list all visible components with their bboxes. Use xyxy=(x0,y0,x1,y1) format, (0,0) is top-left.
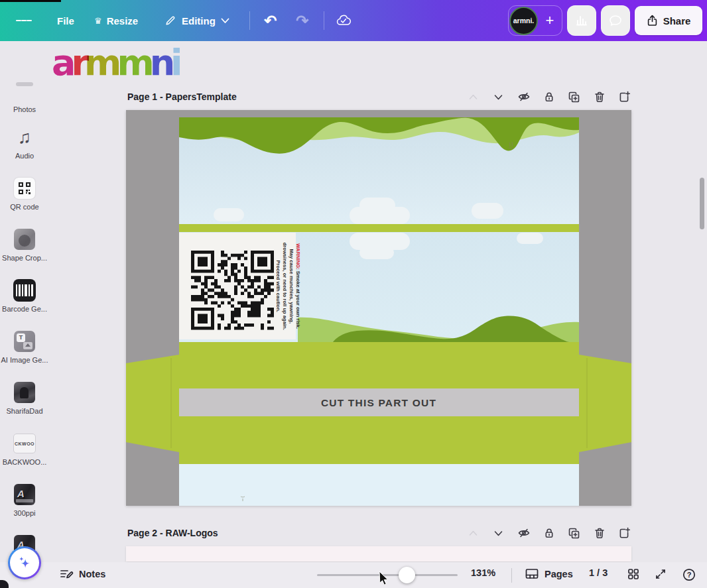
file-menu-button[interactable]: File xyxy=(52,0,80,41)
sidebar-item-barcode-ge[interactable]: Barcode Ge... xyxy=(0,279,49,313)
grid-view-icon xyxy=(627,567,640,581)
sidebar-item-label: 300ppi xyxy=(0,509,49,517)
notes-icon xyxy=(60,567,74,581)
photo-thumbnail-icon xyxy=(14,382,35,403)
redo-button[interactable]: ↷ xyxy=(292,0,313,41)
account-group: armni. + xyxy=(508,5,562,36)
pages-icon xyxy=(525,567,539,580)
share-upload-icon xyxy=(647,15,658,27)
editing-mode-button[interactable]: Editing xyxy=(159,0,235,41)
duplicate-page-button[interactable] xyxy=(567,526,581,540)
cloud-save-status-button[interactable] xyxy=(333,0,354,41)
zoom-slider-thumb[interactable] xyxy=(399,567,415,583)
sidebar-item-ai-image-ge[interactable]: TAI Image Ge... xyxy=(0,330,49,364)
logo-letter: a xyxy=(52,42,71,84)
warning-text: WARNING: Smoke at your own risk. May cau… xyxy=(275,237,300,336)
page-1-actions xyxy=(466,90,631,104)
lock-page-button[interactable] xyxy=(542,526,556,540)
undo-button[interactable]: ↶ xyxy=(260,0,281,41)
sidebar-item-sharifadad[interactable]: SharifaDad xyxy=(0,381,49,415)
sidebar-item-label: BACKWOO... xyxy=(0,458,49,466)
chevron-down-icon xyxy=(221,18,229,24)
insights-button[interactable] xyxy=(567,5,596,36)
sidebar-item-300ppi[interactable]: A300ppi xyxy=(0,483,49,517)
bottombar-divider xyxy=(511,568,512,583)
bottom-toolbar: Notes 131% Pages 1 / 3 ? xyxy=(0,562,707,588)
move-page-down-button[interactable] xyxy=(491,526,505,540)
undo-icon: ↶ xyxy=(264,13,277,29)
sidebar-item-label: Shape Crop... xyxy=(0,254,49,262)
vertical-scrollbar[interactable] xyxy=(700,178,704,229)
delete-page-button[interactable] xyxy=(592,526,606,540)
sidebar-item-label: SharifaDad xyxy=(0,407,49,415)
sidebar-item-backwoo[interactable]: CKWOOBACKWOO... xyxy=(0,432,49,466)
pages-view-button[interactable]: Pages xyxy=(525,567,573,580)
sidebar-item-photos[interactable]: Photos xyxy=(0,80,49,113)
notes-button[interactable]: Notes xyxy=(60,567,105,581)
page-2-canvas[interactable] xyxy=(126,546,631,561)
comments-icon xyxy=(608,14,623,27)
page-1-header: Page 1 - PapersTemplate xyxy=(126,86,631,107)
delete-page-button[interactable] xyxy=(592,90,606,104)
ai-assistant-button[interactable] xyxy=(8,546,41,579)
sidebar-item-label: AI Image Ge... xyxy=(0,356,49,364)
sparkle-icon xyxy=(15,554,34,572)
ai-image-icon: T xyxy=(14,331,35,352)
logo-letter: i xyxy=(170,42,178,84)
help-button[interactable]: ? xyxy=(682,567,696,582)
cut-bar-text: CUT THIS PART OUT xyxy=(321,397,436,408)
lock-page-button[interactable] xyxy=(542,90,556,104)
logo-letter: r xyxy=(71,42,84,84)
add-member-button[interactable]: + xyxy=(538,13,562,28)
toolbar-divider xyxy=(324,11,324,30)
move-page-up-button[interactable] xyxy=(466,90,480,104)
backwoods-logo-icon: CKWOO xyxy=(13,434,36,453)
fullscreen-button[interactable] xyxy=(654,567,667,581)
hide-page-button[interactable] xyxy=(517,526,531,540)
pages-label: Pages xyxy=(545,569,573,579)
left-sidebar: Photos♫AudioQR codeShape Crop...Barcode … xyxy=(0,41,49,588)
comments-button[interactable] xyxy=(601,5,630,36)
move-page-down-button[interactable] xyxy=(491,90,505,104)
zoom-slider[interactable] xyxy=(317,574,458,576)
redo-icon: ↷ xyxy=(296,13,308,29)
add-page-button[interactable] xyxy=(617,90,631,104)
screen-artifact xyxy=(0,0,61,2)
cloud-check-icon xyxy=(336,14,352,27)
avatar[interactable]: armni. xyxy=(509,7,538,35)
move-page-up-button[interactable] xyxy=(466,526,480,540)
insights-icon xyxy=(575,14,588,27)
hide-page-button[interactable] xyxy=(517,90,531,104)
editing-label: Editing xyxy=(182,15,216,27)
crown-icon: ♛ xyxy=(94,17,102,25)
duplicate-page-button[interactable] xyxy=(567,90,581,104)
sidebar-item-shape-crop[interactable]: Shape Crop... xyxy=(0,228,49,262)
page-2-header: Page 2 - RAW-Logos xyxy=(126,522,631,544)
logo-letter: n xyxy=(150,42,170,84)
sidebar-item-qr-code[interactable]: QR code xyxy=(0,177,49,211)
add-page-button[interactable] xyxy=(617,526,631,540)
notes-label: Notes xyxy=(79,569,105,579)
page-1-canvas[interactable]: CUT THIS PART OUT WARNING: Smoke at your… xyxy=(126,110,631,506)
help-icon: ? xyxy=(682,567,696,582)
grid-view-button[interactable] xyxy=(627,567,640,581)
music-note-icon: ♫ xyxy=(18,129,31,147)
page-2-title: Page 2 - RAW-Logos xyxy=(127,528,218,538)
resize-label: Resize xyxy=(107,15,139,27)
toolbar-divider xyxy=(249,11,250,30)
logo-letter: m xyxy=(84,42,117,84)
sidebar-item-label: Barcode Ge... xyxy=(0,305,49,313)
top-toolbar: File ♛ Resize Editing ↶ ↷ armni. + xyxy=(0,0,707,41)
armni-logo: armmni xyxy=(52,45,178,81)
svg-text:?: ? xyxy=(687,571,692,579)
plus-icon: + xyxy=(546,12,554,29)
share-button[interactable]: Share xyxy=(635,6,702,35)
sidebar-item-audio[interactable]: ♫Audio xyxy=(0,126,49,160)
qr-code-icon xyxy=(14,178,35,199)
sidebar-item-label: Photos xyxy=(0,105,49,113)
menu-icon xyxy=(16,20,21,22)
resize-button[interactable]: ♛ Resize xyxy=(89,0,143,41)
menu-button[interactable] xyxy=(16,0,32,41)
barcode-icon xyxy=(13,279,36,302)
green-strip xyxy=(179,224,579,232)
